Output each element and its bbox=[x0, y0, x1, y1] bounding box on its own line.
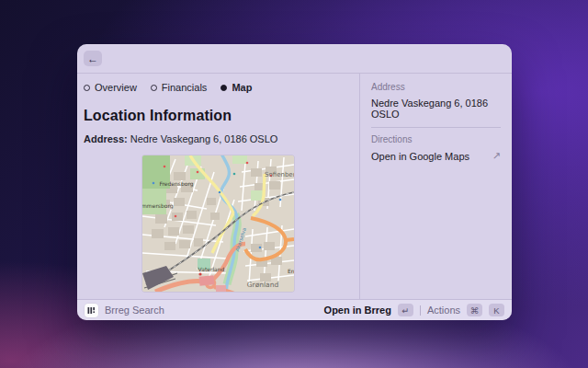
map-label-east: En bbox=[288, 268, 294, 274]
tab-map[interactable]: Map bbox=[220, 82, 252, 93]
map-label-hammersborg: mmersborg bbox=[142, 202, 174, 210]
page-title: Location Information bbox=[84, 108, 352, 124]
tab-financials[interactable]: Financials bbox=[151, 82, 208, 93]
sidebar-separator bbox=[371, 127, 501, 128]
map-label-fredensborg: Fredensborg bbox=[159, 180, 193, 188]
map-label-vaterland: Vaterland bbox=[198, 266, 224, 272]
address-label: Address: bbox=[84, 133, 128, 144]
directions-value: Open in Google Maps bbox=[371, 151, 469, 162]
primary-action-label[interactable]: Open in Brreg bbox=[324, 305, 391, 316]
map-svg: Fredensborg mmersborg Sofienberg Vaterla… bbox=[142, 155, 294, 292]
back-button[interactable]: ← bbox=[84, 51, 102, 66]
enter-key-badge[interactable]: ↵ bbox=[398, 304, 413, 316]
tab-label: Map bbox=[232, 82, 252, 93]
sidebar-address-value: Nedre Vaskegang 6, 0186 OSLO bbox=[371, 98, 501, 120]
circle-outline-icon bbox=[151, 85, 157, 91]
map-image: Fredensborg mmersborg Sofienberg Vaterla… bbox=[142, 155, 294, 292]
metadata-panel: Address Nedre Vaskegang 6, 0186 OSLO Dir… bbox=[359, 74, 512, 299]
brreg-app-icon bbox=[85, 304, 98, 317]
sidebar-directions-label: Directions bbox=[371, 134, 501, 144]
directions-link[interactable]: Open in Google Maps ↗ bbox=[371, 150, 501, 162]
tab-label: Financials bbox=[162, 82, 208, 93]
map-label-sofienberg: Sofienberg bbox=[265, 171, 294, 178]
launcher-window: ← Overview Financials Map Location Infor… bbox=[77, 44, 512, 320]
footer-divider bbox=[420, 305, 421, 316]
circle-filled-icon bbox=[220, 85, 227, 91]
window-header: ← bbox=[77, 44, 512, 74]
circle-outline-icon bbox=[84, 85, 90, 91]
app-name: Brreg Search bbox=[105, 305, 164, 316]
tab-bar: Overview Financials Map bbox=[84, 82, 352, 93]
k-key-badge[interactable]: K bbox=[489, 304, 504, 316]
arrow-left-icon: ← bbox=[87, 53, 98, 64]
main-panel: Overview Financials Map Location Informa… bbox=[77, 74, 359, 299]
tab-label: Overview bbox=[95, 82, 137, 93]
cmd-key-badge[interactable]: ⌘ bbox=[467, 304, 482, 316]
brreg-bars-icon bbox=[86, 305, 96, 316]
address-line: Address: Nedre Vaskegang 6, 0186 OSLO bbox=[84, 133, 352, 144]
tab-overview[interactable]: Overview bbox=[84, 82, 137, 93]
address-value: Nedre Vaskegang 6, 0186 OSLO bbox=[130, 133, 278, 144]
actions-button[interactable]: Actions bbox=[427, 305, 460, 316]
action-bar: Brreg Search Open in Brreg ↵ Actions ⌘ K bbox=[77, 299, 512, 320]
map-label-gronland: Grønland bbox=[246, 281, 278, 289]
window-content: Overview Financials Map Location Informa… bbox=[77, 74, 512, 299]
sidebar-address-label: Address bbox=[371, 82, 501, 92]
arrow-up-right-icon: ↗ bbox=[492, 150, 501, 162]
